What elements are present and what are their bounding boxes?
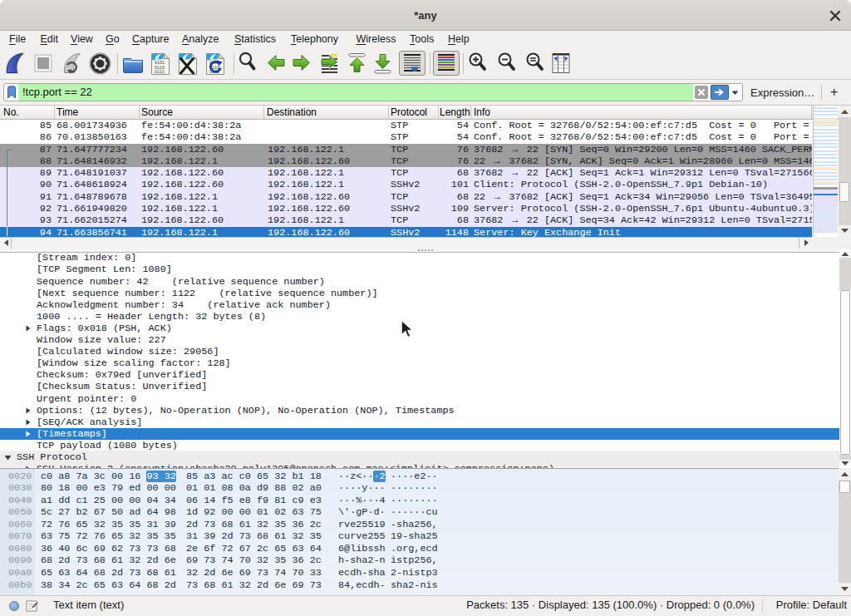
svg-text:0111: 0111	[155, 70, 165, 75]
